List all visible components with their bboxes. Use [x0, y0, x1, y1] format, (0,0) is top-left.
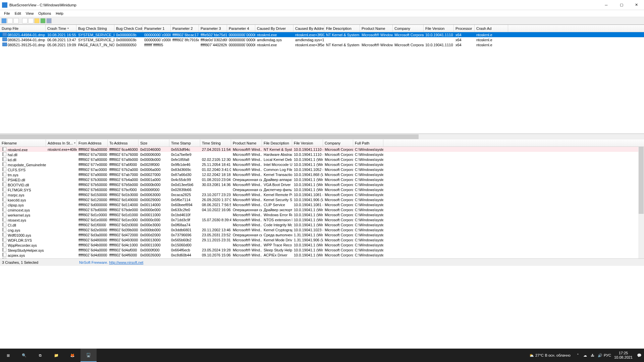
driver-row[interactable]: BOOTVID.dllfffff802`67b50000fffff802`67b…: [0, 182, 644, 187]
dump-row[interactable]: 080521-39125-01.dmp05.08.2021 19:09:06PA…: [0, 42, 644, 47]
column-header[interactable]: Address In St...: [46, 139, 77, 146]
menu-help[interactable]: Help: [54, 11, 65, 16]
driver-row[interactable]: msrpc.sysfffff802`6d150000fffff802`6d1b3…: [0, 192, 644, 197]
column-header[interactable]: Time Stamp: [169, 139, 200, 146]
nirsoft-link[interactable]: http://www.nirsoft.net: [109, 260, 143, 264]
column-header[interactable]: From Address: [77, 139, 108, 146]
column-header[interactable]: Company: [393, 25, 424, 32]
driver-row[interactable]: werkernel.sysfffff802`6d1c0000fffff802`6…: [0, 212, 644, 217]
bottom-vertical-scrollbar[interactable]: [638, 147, 644, 258]
driver-list-header[interactable]: FilenameAddress In St...From AddressTo A…: [0, 139, 644, 147]
column-header[interactable]: Processor: [454, 25, 475, 32]
notifications-icon[interactable]: 💬: [637, 353, 642, 358]
dump-row[interactable]: 080621-34984-01.dmp06.08.2021 13:47:02SY…: [0, 37, 644, 42]
driver-row[interactable]: kd.dllfffff802`67a80000fffff802`67a8b000…: [0, 157, 644, 162]
tray-chevron-icon[interactable]: ˄: [575, 353, 581, 358]
maximize-button[interactable]: ▢: [614, 0, 629, 10]
column-header[interactable]: Crash Ad: [475, 25, 508, 32]
save-icon[interactable]: [1, 18, 7, 23]
driver-list-pane[interactable]: FilenameAddress In St...From AddressTo A…: [0, 139, 644, 258]
dump-list-header[interactable]: Dump FileCrash TimeBug Check StringBug C…: [0, 25, 644, 32]
driver-row[interactable]: FLTMGR.SYSfffff802`67b60000fffff802`67bc…: [0, 187, 644, 192]
driver-row[interactable]: CI.dllfffff802`6d1f0000fffff802`6d2d3000…: [0, 222, 644, 227]
column-header[interactable]: To Address: [108, 139, 139, 146]
driver-row[interactable]: tm.sysfffff802`67a90000fffff802`67ab7000…: [0, 172, 644, 177]
driver-row[interactable]: clipsp.sysfffff802`6d000000fffff802`6d11…: [0, 202, 644, 207]
cell: C:\Windows\syste...: [353, 178, 383, 182]
driver-list-rows[interactable]: ntoskrnl.exentoskrnl.exe+408e69fffff802`…: [0, 147, 644, 258]
dump-list-rows[interactable]: 081021-44984-01.dmp10.08.2021 16:55:35SY…: [0, 32, 644, 47]
driver-row[interactable]: Wdf01000.sysfffff802`6d3a0000fffff802`6d…: [0, 232, 644, 237]
driver-row[interactable]: cmimcext.sysfffff802`67bd0000fffff802`67…: [0, 207, 644, 212]
driver-row[interactable]: SleepStudyHelper.sysfffff802`6d4a0000fff…: [0, 247, 644, 252]
column-header[interactable]: File Description: [262, 139, 292, 146]
dump-list-pane[interactable]: Dump FileCrash TimeBug Check StringBug C…: [0, 25, 644, 134]
copy-selected-icon[interactable]: [28, 18, 34, 23]
column-header[interactable]: Company: [323, 139, 353, 146]
column-header[interactable]: Parameter 3: [199, 25, 227, 32]
save-selected-icon[interactable]: [7, 18, 13, 23]
copy-icon[interactable]: [22, 18, 28, 23]
minimize-button[interactable]: ─: [599, 0, 614, 10]
dump-row[interactable]: 081021-44984-01.dmp10.08.2021 16:55:35SY…: [0, 32, 644, 37]
cell: 0xcaca2825: [169, 193, 200, 197]
column-header[interactable]: Size: [139, 139, 169, 146]
top-horizontal-scrollbar[interactable]: [0, 134, 644, 139]
firefox-button[interactable]: 🦊: [64, 349, 80, 362]
close-button[interactable]: ✕: [629, 0, 644, 10]
driver-row[interactable]: ksecdd.sysfffff802`6d120000fffff802`6d14…: [0, 197, 644, 202]
driver-row[interactable]: WDFLDR.SYSfffff802`6d480000fffff802`6d49…: [0, 237, 644, 242]
language-indicator[interactable]: РУС: [605, 353, 610, 358]
driver-row[interactable]: mssecflt.sysfffff802`6d500000fffff802`6d…: [0, 257, 644, 258]
menu-edit[interactable]: Edit: [13, 11, 23, 16]
column-header[interactable]: Product Name: [231, 139, 262, 146]
column-header[interactable]: Parameter 2: [171, 25, 199, 32]
options-icon[interactable]: [34, 18, 40, 23]
driver-row[interactable]: hal.dllfffff802`67a70000fffff802`67a7600…: [0, 152, 644, 157]
windows-taskbar[interactable]: ⊞ 🔍 ⧉ 📁 🦊 🖥️ ⛅ 27°C В осн. облачно ˄ ☁ 🖧…: [0, 349, 644, 362]
onedrive-icon[interactable]: ☁: [583, 353, 588, 358]
driver-row[interactable]: CLFS.SYSfffff802`67ac0000fffff802`67b2a0…: [0, 167, 644, 172]
refresh-icon[interactable]: [40, 18, 46, 23]
column-header[interactable]: File Version: [292, 139, 323, 146]
file-explorer-button[interactable]: 📁: [48, 349, 64, 362]
menu-file[interactable]: File: [2, 11, 12, 16]
driver-row[interactable]: WppRecorder.sysfffff802`6d4b0000fffff802…: [0, 242, 644, 247]
driver-row[interactable]: ntoskrnl.exentoskrnl.exe+408e69fffff802`…: [0, 147, 644, 152]
cell: Microsoft Corpora...: [323, 173, 353, 177]
cell: fffff802`67b2a000: [108, 168, 139, 172]
driver-row[interactable]: cng.sysfffff802`6d2e0000fffff802`6d39b00…: [0, 227, 644, 232]
clock[interactable]: 17:25 10.08.2021: [612, 351, 635, 360]
menu-view[interactable]: View: [24, 11, 36, 16]
menu-options[interactable]: Options: [36, 11, 53, 16]
network-icon[interactable]: 🖧: [590, 353, 595, 358]
column-header[interactable]: Crash Time: [46, 25, 76, 32]
column-header[interactable]: Caused By Address: [293, 25, 324, 32]
column-header[interactable]: Bug Check String: [76, 25, 114, 32]
start-button[interactable]: ⊞: [0, 349, 16, 362]
column-header[interactable]: Dump File: [0, 25, 46, 32]
volume-icon[interactable]: 🔊: [597, 353, 603, 358]
properties-icon[interactable]: [13, 18, 19, 23]
view-mode-icon[interactable]: [46, 18, 52, 23]
column-header[interactable]: Product Name: [360, 25, 393, 32]
task-view-button[interactable]: ⧉: [32, 349, 48, 362]
column-header[interactable]: Parameter 4: [227, 25, 255, 32]
column-header[interactable]: Parameter 1: [143, 25, 171, 32]
column-header[interactable]: File Description: [324, 25, 360, 32]
driver-row[interactable]: PSHED.dllfffff802`67b30000fffff802`67b4a…: [0, 177, 644, 182]
search-button[interactable]: 🔍: [16, 349, 32, 362]
column-header[interactable]: Caused By Driver: [255, 25, 293, 32]
column-header[interactable]: File Version: [424, 25, 454, 32]
column-header[interactable]: Bug Check Code: [114, 25, 143, 32]
cell: Microsoft Corpora...: [323, 258, 353, 259]
cell: SYSTEM_SERVICE_EXCEP...: [76, 38, 114, 42]
driver-row[interactable]: ntosext.sysfffff802`6d1e0000fffff802`6d1…: [0, 217, 644, 222]
driver-row[interactable]: mcupdate_GenuineIntel.dllfffff802`677e00…: [0, 162, 644, 167]
driver-row[interactable]: acpiex.sysfffff802`6d4d0000fffff802`6d4f…: [0, 252, 644, 257]
column-header[interactable]: Filename: [0, 139, 46, 146]
bluescreenview-button[interactable]: 🖥️: [80, 349, 97, 362]
weather-widget[interactable]: ⛅ 27°C В осн. облачно: [529, 353, 571, 358]
column-header[interactable]: Full Path: [353, 139, 383, 146]
column-header[interactable]: Time String: [200, 139, 231, 146]
